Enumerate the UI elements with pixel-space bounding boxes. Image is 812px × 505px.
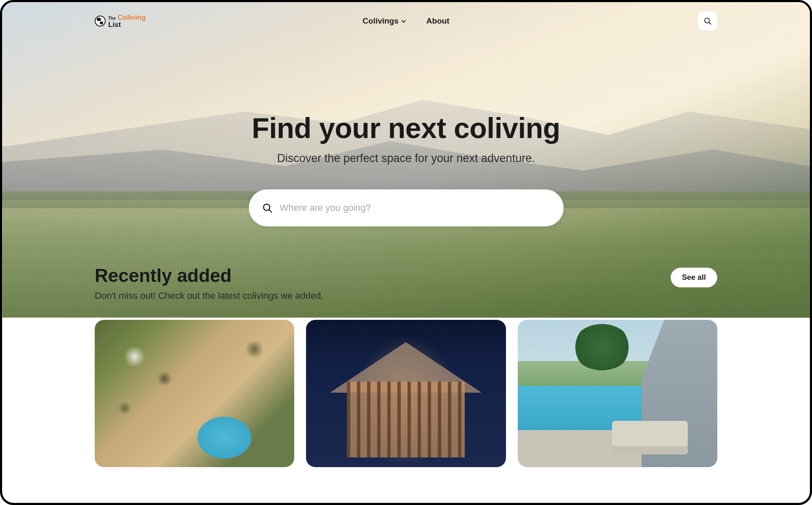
hero-title: Find your next coliving <box>2 112 810 144</box>
recently-added-section: Recently added Don't miss out! Check out… <box>2 226 810 467</box>
svg-line-1 <box>709 22 711 24</box>
nav-colivings-label: Colivings <box>362 16 399 26</box>
listing-card[interactable] <box>95 320 294 467</box>
hero-search-bar[interactable] <box>249 189 564 226</box>
header: The Coliving List Colivings About <box>2 2 810 40</box>
logo[interactable]: The Coliving List <box>95 14 146 28</box>
logo-coliving: Coliving <box>117 13 146 21</box>
listing-image <box>95 320 294 467</box>
listing-image <box>306 320 506 467</box>
hero-subtitle: Discover the perfect space for your next… <box>2 152 810 165</box>
svg-line-3 <box>269 210 272 213</box>
card-row <box>95 320 717 467</box>
search-icon <box>703 17 712 25</box>
hero: Find your next coliving Discover the per… <box>2 40 810 226</box>
nav-about-label: About <box>426 16 450 26</box>
destination-input[interactable] <box>280 202 550 213</box>
nav-about[interactable]: About <box>426 16 450 26</box>
globe-icon <box>95 16 106 27</box>
nav-colivings[interactable]: Colivings <box>362 16 405 26</box>
logo-list: List <box>108 21 146 28</box>
search-icon <box>262 203 272 213</box>
listing-card[interactable] <box>306 320 506 467</box>
listing-card[interactable] <box>518 320 717 467</box>
logo-the: The <box>108 16 116 21</box>
section-title: Recently added <box>95 265 323 286</box>
chevron-down-icon <box>401 19 405 23</box>
see-all-button[interactable]: See all <box>671 268 717 287</box>
main-nav: Colivings About <box>362 16 449 26</box>
header-search-button[interactable] <box>698 11 717 31</box>
section-subtitle: Don't miss out! Check out the latest col… <box>95 290 323 301</box>
